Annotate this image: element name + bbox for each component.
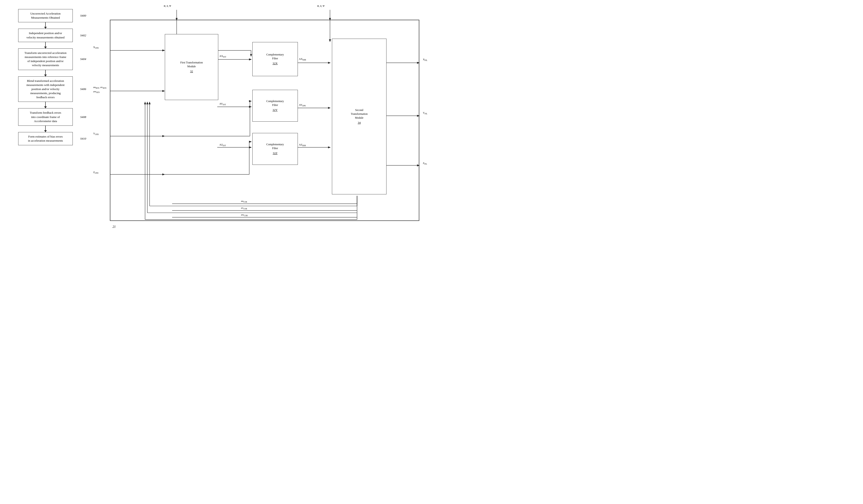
phi-theta-psi-right: Φ, θ, Ψ [317, 4, 324, 7]
comp-filter-x-ref: 32X [273, 61, 278, 65]
label-x-upd: XUPD [93, 46, 99, 49]
comp-filter-y-block: ComplementaryFilter 32Y [252, 90, 298, 122]
label-y-upd: YUPD [93, 132, 99, 136]
flow-arrow-4 [45, 102, 46, 108]
flow-text-s402: Independent position and/orvelocity meas… [26, 32, 65, 39]
label-aw-cor: awCOR [241, 213, 248, 217]
comp-filter-x-block: ComplementaryFilter 32X [252, 42, 298, 76]
label-az-err: AZERR [299, 143, 306, 147]
comp-filter-x-title: ComplementaryFilter [266, 53, 284, 61]
flow-label-s400: S400 [80, 14, 86, 18]
label-y-fil: YFIL [423, 111, 427, 115]
flow-label-s408: S408 [80, 115, 86, 119]
flow-arrow-2 [45, 42, 46, 48]
flowchart: Uncorrected Acceleration Measurements Ob… [4, 4, 86, 247]
flow-box-s402: Independent position and/orvelocity meas… [18, 29, 73, 42]
flow-arrow-5 [45, 126, 46, 132]
flow-arrow-1 [45, 22, 46, 29]
flow-label-s402: S402 [80, 33, 86, 37]
flow-text-s400: Uncorrected Acceleration Measurements Ob… [30, 12, 61, 19]
second-transform-title: SecondTransformationModule [351, 108, 367, 119]
comp-filter-y-ref: 32Y [273, 108, 278, 112]
second-transform-ref: 34 [358, 121, 361, 125]
flow-arrow-3 [45, 70, 46, 76]
flow-text-s410: Form estimates of bias errorsin accelera… [28, 135, 63, 142]
label-au-cor: auCOR [241, 200, 247, 203]
first-transform-ref: 32 [190, 70, 193, 73]
label-ax-est: AXEST [220, 54, 226, 58]
flow-box-s410: Form estimates of bias errorsin accelera… [18, 132, 73, 145]
flow-text-s408: Transform feedback errorsinto coordinate… [30, 111, 61, 123]
label-au-sen: auSEN, avSEN,awSEN [93, 85, 107, 94]
flow-box-s406: Blend transformed accelerationmeasuremen… [18, 76, 73, 102]
label-ay-est: AYEST [220, 102, 226, 106]
comp-filter-z-title: ComplementaryFilter [266, 142, 284, 150]
page: Uncorrected Acceleration Measurements Ob… [0, 0, 432, 252]
label-z-upd: ZUPD [93, 171, 98, 174]
label-ax-err: AXERR [299, 58, 306, 61]
flow-box-s400: Uncorrected Acceleration Measurements Ob… [18, 9, 73, 22]
flow-box-s408: Transform feedback errorsinto coordinate… [18, 108, 73, 126]
flow-text-s406: Blend transformed accelerationmeasuremen… [26, 79, 65, 99]
label-ay-err: AYEPR [299, 103, 306, 107]
flow-label-s410: S410 [80, 137, 86, 141]
first-transform-title: First TransformationModule [180, 61, 203, 68]
flow-label-s406: S406 [80, 87, 86, 91]
label-av-cor: avCOR [241, 206, 247, 210]
flow-label-s404: S404 [80, 57, 86, 61]
comp-filter-y-title: ComplementaryFilter [266, 99, 284, 107]
first-transform-block: First TransformationModule 32 [165, 34, 218, 100]
label-x-fil: XFIL [423, 58, 427, 61]
flow-text-s404: Transform uncorrected accelerationmeasur… [24, 51, 66, 67]
phi-theta-psi-left: Φ, θ, Ψ [164, 4, 171, 7]
figure-number: 21 [113, 225, 116, 229]
diagram-inner: Φ, θ, Ψ Φ, θ, Ψ XUPD auSEN, avSEN,awSEN … [93, 4, 427, 247]
label-az-est: AZEST [220, 143, 226, 147]
comp-filter-z-ref: 32Z [273, 151, 278, 155]
diagram: Φ, θ, Ψ Φ, θ, Ψ XUPD auSEN, avSEN,awSEN … [93, 4, 427, 247]
second-transform-block: SecondTransformationModule 34 [332, 39, 387, 194]
label-z-fil: ZFIL [423, 162, 427, 165]
flow-box-s404: Transform uncorrected accelerationmeasur… [18, 48, 73, 70]
comp-filter-z-block: ComplementaryFilter 32Z [252, 133, 298, 165]
